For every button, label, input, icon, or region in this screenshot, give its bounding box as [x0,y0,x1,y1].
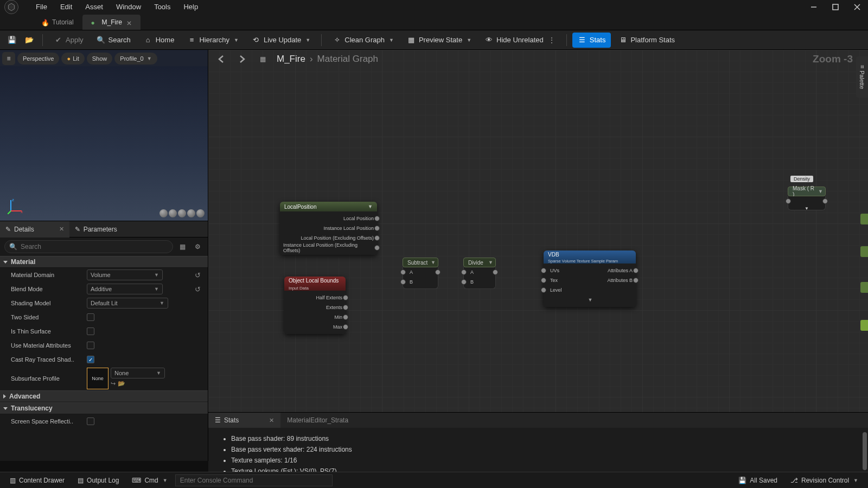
viewport-profile[interactable]: Profile_0▼ [114,53,157,65]
menu-asset[interactable]: Asset [79,0,110,14]
viewport-lit[interactable]: ●Lit [61,53,84,65]
hideunrelated-button[interactable]: 👁Hide Unrelated⋮ [479,33,561,48]
home-button[interactable]: ⌂Home [138,33,180,48]
section-advanced[interactable]: Advanced [0,390,208,402]
output-pin[interactable] [374,235,380,241]
window-minimize[interactable] [803,0,825,14]
input-pin[interactable] [541,287,546,293]
browse-button[interactable]: 📂 [22,33,37,48]
reset-icon[interactable]: ↺ [195,285,203,293]
output-pin[interactable] [633,278,639,283]
tab-parameters[interactable]: ✎Parameters [69,221,123,237]
material-domain-combo[interactable]: Volume▼ [87,269,163,280]
node-divide[interactable]: Divide▼ [463,258,496,267]
edge-node-stub[interactable] [860,214,868,224]
preview-viewport[interactable]: ≡ Perspective ●Lit Show Profile_0▼ z x [0,50,208,221]
node-localposition[interactable]: LocalPosition▼ Local Position Instance L… [280,202,377,255]
node-subtract-body[interactable]: A B [403,267,438,289]
output-pin[interactable] [374,245,380,251]
close-icon[interactable]: ✕ [59,226,64,233]
input-pin[interactable] [541,278,546,283]
tab-details[interactable]: ✎Details✕ [0,221,69,237]
subsurface-combo[interactable]: None▼ [111,368,165,378]
section-translucency[interactable]: Translucency [0,402,208,414]
input-pin[interactable] [786,198,791,204]
blend-mode-combo[interactable]: Additive▼ [87,284,163,294]
output-pin[interactable] [343,295,348,300]
nav-back[interactable] [215,53,228,66]
stats-button[interactable]: ☰Stats [572,33,611,48]
node-divide-body[interactable]: A B [463,267,496,289]
viewport-options[interactable]: ≡ [2,52,15,65]
cleangraph-button[interactable]: ✧Clean Graph▼ [327,33,399,48]
node-subtract[interactable]: Subtract▼ [403,258,438,267]
input-pin[interactable] [400,279,406,285]
subsurface-thumb[interactable]: None [87,368,108,389]
node-objectlocalbounds[interactable]: Object Local BoundsInput Data Half Exten… [284,277,346,334]
preview-shapes[interactable] [159,209,205,217]
material-graph[interactable]: ▦ M_Fire › Material Graph Zoom -3 ≡ Pale… [208,50,868,461]
search-input[interactable] [21,243,168,251]
node-mask[interactable]: Mask ( R )▼ [788,187,826,196]
scrollbar[interactable] [863,432,867,470]
cast-ray-traced-checkbox[interactable] [87,356,94,363]
menu-edit[interactable]: Edit [54,0,79,14]
edge-node-stub[interactable] [860,246,868,257]
use-mat-attr-checkbox[interactable] [87,342,94,349]
output-pin[interactable] [374,226,380,231]
reset-icon[interactable]: ↺ [195,271,203,279]
content-drawer-button[interactable]: ▥Content Drawer [4,474,70,487]
output-pin[interactable] [822,198,828,204]
close-icon[interactable]: ✕ [269,417,274,424]
output-pin[interactable] [343,305,348,310]
gear-icon[interactable]: ⚙ [192,241,203,253]
output-pin[interactable] [374,216,380,221]
viewport-show[interactable]: Show [87,53,113,65]
output-pin[interactable] [493,269,498,275]
shading-model-combo[interactable]: Default Lit▼ [87,298,168,309]
grid-icon[interactable]: ▦ [176,241,188,253]
input-pin[interactable] [461,269,467,275]
two-sided-checkbox[interactable] [87,313,94,321]
browse-icon[interactable]: 📂 [118,380,125,387]
output-pin[interactable] [343,324,348,330]
close-icon[interactable]: ✕ [126,20,132,25]
search-button[interactable]: 🔍Search [91,33,136,48]
ue-logo[interactable] [4,0,18,14]
edge-node-stub[interactable] [860,320,868,331]
node-density-label[interactable]: Density [790,176,813,182]
cmd-button[interactable]: ⌨Cmd▼ [126,474,173,487]
console-input[interactable] [175,474,333,486]
hierarchy-button[interactable]: ≡Hierarchy▼ [182,33,244,48]
input-pin[interactable] [541,268,546,273]
node-vdb[interactable]: VDBSparse Volume Texture Sample Param UV… [544,251,636,307]
previewstate-button[interactable]: ▦Preview State▼ [401,33,477,48]
thin-surface-checkbox[interactable] [87,328,94,335]
output-pin[interactable] [343,314,348,320]
tab-stats[interactable]: ☰Stats✕ [208,413,280,428]
menu-help[interactable]: Help [177,0,205,14]
output-pin[interactable] [633,268,639,273]
node-mask-body[interactable]: ▼ [788,196,826,210]
tab-tutorial[interactable]: 🔥 Tutorial [33,15,82,30]
search-input-wrapper[interactable]: 🔍 [4,240,173,253]
liveupdate-button[interactable]: ⟲Live Update▼ [246,33,316,48]
edge-node-stub[interactable] [860,282,868,293]
viewport-perspective[interactable]: Perspective [17,53,59,65]
save-button[interactable]: 💾 [4,33,20,48]
output-log-button[interactable]: ▤Output Log [72,474,124,487]
output-pin[interactable] [435,269,441,275]
section-material[interactable]: Material [0,256,208,268]
platformstats-button[interactable]: 🖥Platform Stats [613,33,680,48]
breadcrumb-asset[interactable]: M_Fire [277,54,305,65]
revision-control-button[interactable]: ⎇Revision Control▼ [785,474,864,487]
window-maximize[interactable] [825,0,846,14]
tab-strata[interactable]: MaterialEditor_Strata [280,413,355,428]
apply-button[interactable]: ✔Apply [48,33,89,48]
menu-tools[interactable]: Tools [148,0,177,14]
window-close[interactable] [846,0,868,14]
menu-file[interactable]: File [29,0,54,14]
tab-mfire[interactable]: ● M_Fire ✕ [82,15,141,30]
menu-window[interactable]: Window [110,0,148,14]
palette-tab[interactable]: ≡ Palette [856,56,868,98]
